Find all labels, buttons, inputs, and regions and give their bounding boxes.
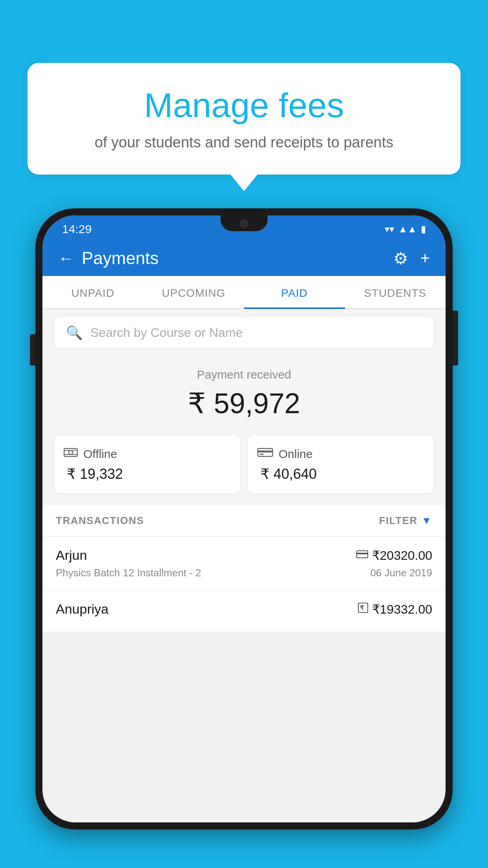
transaction-main-row2: Anupriya ₹ ₹19332.00 bbox=[56, 601, 432, 617]
online-amount: ₹ 40,640 bbox=[257, 466, 424, 482]
status-time: 14:29 bbox=[62, 223, 92, 236]
offline-icon bbox=[64, 447, 78, 461]
offline-card: Offline ₹ 19,332 bbox=[54, 436, 240, 493]
payment-type-icon-2: ₹ bbox=[358, 603, 368, 616]
transactions-label: TRANSACTIONS bbox=[56, 515, 144, 527]
transaction-course-1: Physics Batch 12 Installment - 2 bbox=[56, 567, 201, 579]
tab-students[interactable]: STUDENTS bbox=[345, 276, 446, 308]
online-icon bbox=[257, 447, 273, 461]
transaction-row[interactable]: Anupriya ₹ ₹19332.00 bbox=[42, 590, 446, 632]
signal-icon: ▲▲ bbox=[398, 224, 417, 235]
phone-notch bbox=[220, 215, 268, 231]
back-button[interactable]: ← bbox=[58, 250, 74, 267]
svg-rect-5 bbox=[258, 451, 273, 452]
bubble-title: Manage fees bbox=[59, 86, 429, 125]
transaction-amount-1: ₹20320.00 bbox=[372, 548, 432, 563]
transaction-sub-row1: Physics Batch 12 Installment - 2 06 June… bbox=[56, 567, 432, 579]
phone-frame: 14:29 ▾▾ ▲▲ ▮ ← Payments ⚙ + bbox=[35, 208, 453, 829]
online-card: Online ₹ 40,640 bbox=[248, 436, 434, 493]
front-camera bbox=[240, 219, 248, 228]
svg-rect-0 bbox=[64, 449, 77, 456]
phone-container: 14:29 ▾▾ ▲▲ ▮ ← Payments ⚙ + bbox=[35, 208, 453, 868]
offline-amount: ₹ 19,332 bbox=[64, 466, 231, 482]
search-placeholder: Search by Course or Name bbox=[90, 326, 243, 340]
search-container: 🔍 Search by Course or Name bbox=[42, 309, 446, 356]
filter-icon: ▼ bbox=[422, 515, 432, 527]
speech-bubble: Manage fees of your students and send re… bbox=[28, 63, 460, 175]
header-title: Payments bbox=[82, 248, 159, 268]
svg-text:₹: ₹ bbox=[360, 605, 364, 611]
transaction-name-1: Arjun bbox=[56, 548, 87, 563]
bubble-subtitle: of your students and send receipts to pa… bbox=[59, 134, 429, 151]
filter-button[interactable]: FILTER ▼ bbox=[379, 515, 432, 527]
tab-paid[interactable]: PAID bbox=[244, 276, 345, 308]
phone-screen: 14:29 ▾▾ ▲▲ ▮ ← Payments ⚙ + bbox=[42, 215, 446, 822]
app-header: ← Payments ⚙ + bbox=[42, 241, 446, 276]
payment-received-amount: ₹ 59,972 bbox=[54, 387, 434, 420]
transaction-main-row1: Arjun ₹20320.00 bbox=[56, 548, 432, 563]
offline-card-header: Offline bbox=[64, 447, 231, 461]
offline-label: Offline bbox=[83, 447, 117, 461]
wifi-icon: ▾▾ bbox=[385, 224, 394, 235]
transaction-name-2: Anupriya bbox=[56, 601, 108, 617]
transaction-row[interactable]: Arjun ₹20320.00 Physics Batch 12 Install… bbox=[42, 537, 446, 590]
speech-bubble-section: Manage fees of your students and send re… bbox=[28, 63, 460, 175]
svg-rect-6 bbox=[260, 454, 264, 455]
transactions-header: TRANSACTIONS FILTER ▼ bbox=[42, 505, 446, 537]
status-icons: ▾▾ ▲▲ ▮ bbox=[385, 224, 426, 235]
filter-label: FILTER bbox=[379, 515, 418, 527]
search-icon: 🔍 bbox=[66, 325, 83, 340]
online-label: Online bbox=[279, 447, 313, 461]
svg-point-1 bbox=[69, 451, 73, 454]
settings-icon[interactable]: ⚙ bbox=[393, 249, 408, 268]
transaction-right-1: ₹20320.00 bbox=[356, 548, 432, 563]
payment-received-label: Payment received bbox=[54, 368, 434, 381]
tab-upcoming[interactable]: UPCOMING bbox=[143, 276, 244, 308]
transaction-date-1: 06 June 2019 bbox=[370, 567, 432, 579]
transaction-amount-2: ₹19332.00 bbox=[372, 602, 432, 617]
add-button[interactable]: + bbox=[420, 249, 430, 268]
search-bar[interactable]: 🔍 Search by Course or Name bbox=[54, 317, 434, 348]
payment-received-section: Payment received ₹ 59,972 bbox=[42, 356, 446, 428]
payment-type-icon-1 bbox=[356, 549, 368, 561]
tabs-container: UNPAID UPCOMING PAID STUDENTS bbox=[42, 276, 446, 309]
transaction-right-2: ₹ ₹19332.00 bbox=[358, 602, 432, 617]
svg-rect-8 bbox=[357, 553, 368, 554]
payment-cards: Offline ₹ 19,332 bbox=[42, 428, 446, 505]
online-card-header: Online bbox=[257, 447, 424, 461]
header-actions: ⚙ + bbox=[393, 249, 430, 268]
header-left: ← Payments bbox=[58, 248, 159, 268]
battery-icon: ▮ bbox=[421, 224, 426, 235]
tab-unpaid[interactable]: UNPAID bbox=[42, 276, 143, 308]
